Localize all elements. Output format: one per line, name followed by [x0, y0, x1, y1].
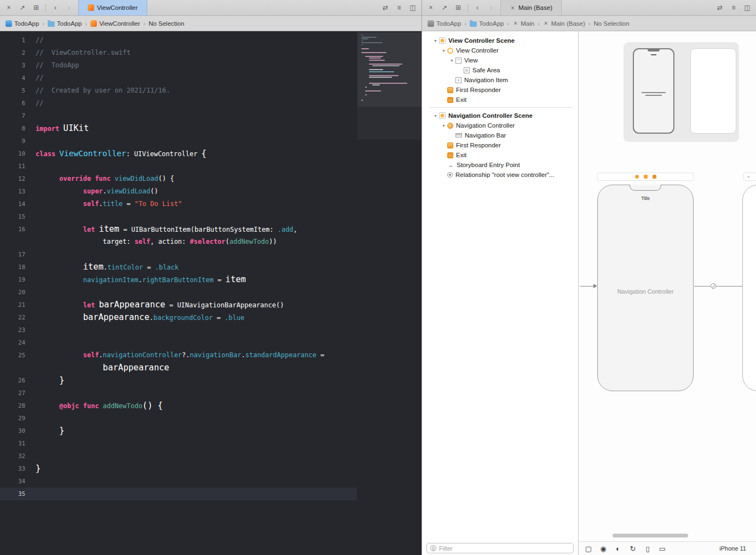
line-number[interactable]: 5 — [0, 84, 25, 97]
disclosure-triangle[interactable]: ▼ — [440, 49, 447, 53]
code-line[interactable]: 28 @objc func addNewTodo() { — [0, 399, 422, 412]
code-editor[interactable]: 1//2// ViewController.swift3// TodoApp4/… — [0, 31, 422, 555]
code-minimap[interactable] — [357, 32, 422, 140]
line-number[interactable]: 27 — [0, 387, 25, 399]
code-line[interactable]: 29 — [0, 412, 422, 425]
breadcrumb-item[interactable]: Main — [512, 20, 534, 27]
line-number[interactable]: 28 — [0, 399, 25, 412]
code-line[interactable]: 12 override func viewDidLoad() { — [0, 173, 422, 185]
code-line[interactable]: 32 — [0, 450, 422, 462]
dock-view-controller-icon[interactable] — [635, 175, 639, 179]
line-number[interactable]: 21 — [0, 299, 25, 311]
disclosure-triangle[interactable]: ▼ — [432, 39, 439, 43]
breadcrumb-item[interactable]: ViewController — [90, 20, 140, 27]
back-icon[interactable]: ‹ — [473, 4, 482, 12]
close-editor-icon[interactable]: × — [4, 4, 13, 12]
tab-viewcontroller[interactable]: ViewController — [78, 0, 147, 15]
code-line[interactable]: 35 — [0, 488, 357, 500]
breadcrumb-item[interactable]: TodoApp — [470, 20, 504, 27]
frame-icon[interactable]: ▢ — [584, 545, 593, 553]
outline-item[interactable]: Exit — [422, 95, 578, 105]
editor-options-icon[interactable]: ≡ — [395, 4, 403, 12]
traits-icon[interactable]: ◉ — [599, 545, 608, 553]
appearance-icon[interactable]: ◐ — [614, 545, 622, 553]
line-number[interactable]: 35 — [0, 488, 25, 500]
line-number[interactable]: 18 — [0, 261, 25, 273]
line-number[interactable]: 10 — [0, 147, 25, 160]
breadcrumb-item[interactable]: TodoApp — [5, 20, 39, 27]
breadcrumb-item[interactable]: No Selection — [148, 20, 184, 27]
line-number[interactable]: 8 — [0, 122, 25, 135]
code-line[interactable]: 14 self.title = "To Do List" — [0, 198, 422, 210]
outline-item[interactable]: First Responder — [422, 85, 578, 95]
breadcrumb-item[interactable]: No Selection — [593, 20, 629, 27]
line-number[interactable]: 25 — [0, 349, 25, 362]
code-line[interactable]: 27 — [0, 387, 422, 399]
disclosure-triangle[interactable]: ▼ — [448, 59, 455, 62]
line-number[interactable]: 13 — [0, 185, 25, 198]
code-review-icon[interactable]: ⇄ — [381, 4, 390, 12]
line-number[interactable]: 4 — [0, 72, 25, 84]
line-number[interactable]: 14 — [0, 198, 25, 210]
forward-icon[interactable]: › — [487, 4, 495, 12]
code-line[interactable]: 22 barAppearance.backgroundColor = .blue — [0, 311, 422, 324]
line-number[interactable]: 22 — [0, 311, 25, 324]
add-editor-icon[interactable]: ◫ — [743, 4, 752, 12]
outline-item[interactable]: ▼Navigation Controller — [422, 121, 578, 130]
line-number[interactable]: 33 — [0, 462, 25, 475]
code-review-icon[interactable]: ⇄ — [715, 4, 724, 12]
code-line[interactable]: 26 } — [0, 374, 422, 387]
outline-item[interactable]: Exit — [422, 150, 578, 160]
code-line[interactable]: 18 item.tintColor = .black — [0, 261, 422, 273]
line-number[interactable]: 2 — [0, 47, 25, 59]
line-number[interactable]: 3 — [0, 59, 25, 72]
storyboard-entry-arrow[interactable] — [580, 284, 597, 289]
fullscreen-icon[interactable]: ↗ — [440, 4, 449, 12]
disclosure-triangle[interactable]: ▼ — [432, 114, 439, 118]
line-number[interactable]: 9 — [0, 135, 25, 147]
outline-item[interactable]: Storyboard Entry Point — [422, 160, 578, 170]
horizontal-scrollbar[interactable] — [613, 534, 688, 537]
dock-first-responder-icon[interactable] — [644, 175, 648, 179]
line-number[interactable]: 23 — [0, 324, 25, 336]
line-number[interactable]: 29 — [0, 412, 25, 425]
code-line[interactable]: 34 — [0, 475, 422, 488]
code-line[interactable]: 15 — [0, 210, 422, 223]
line-number[interactable]: 31 — [0, 437, 25, 450]
code-line[interactable]: barAppearance — [0, 362, 422, 374]
device-tablet-icon[interactable]: ▭ — [658, 545, 667, 553]
view-controller-scene-partial[interactable] — [742, 185, 756, 391]
device-phone-icon[interactable]: ▯ — [643, 545, 652, 553]
disclosure-triangle[interactable]: ▼ — [440, 124, 447, 128]
outline-item[interactable]: ▼View — [422, 55, 578, 65]
outline-item[interactable]: Safe Area — [422, 65, 578, 75]
code-line[interactable]: 33} — [0, 462, 422, 475]
storyboard-canvas[interactable]: Title Navigation Controller × ▢◉◐↻▯▭ iPh… — [579, 31, 756, 555]
scene-dock[interactable] — [597, 173, 694, 181]
line-number[interactable]: 34 — [0, 475, 25, 488]
code-line[interactable]: 24 — [0, 336, 422, 349]
navigation-controller-scene[interactable]: Title Navigation Controller — [597, 185, 694, 391]
line-number[interactable]: 17 — [0, 248, 25, 261]
code-line[interactable]: 13 super.viewDidLoad() — [0, 185, 422, 198]
code-line[interactable]: 10class ViewController: UIViewController… — [0, 147, 422, 160]
close-editor-icon[interactable]: × — [426, 4, 435, 12]
tab-overview-icon[interactable]: ⊞ — [454, 4, 463, 12]
line-number[interactable]: 32 — [0, 450, 25, 462]
code-line[interactable]: 31 — [0, 437, 422, 450]
line-number[interactable]: 16 — [0, 223, 25, 236]
line-number[interactable]: 7 — [0, 110, 25, 122]
breadcrumb-item[interactable]: Main (Base) — [543, 20, 585, 27]
line-number[interactable]: 6 — [0, 97, 25, 110]
code-line[interactable]: 20 — [0, 286, 422, 299]
code-line[interactable]: 11 — [0, 160, 422, 173]
dock-exit-icon[interactable] — [653, 175, 656, 179]
filter-input[interactable]: Filter — [426, 543, 574, 553]
line-number[interactable]: 20 — [0, 286, 25, 299]
fullscreen-icon[interactable]: ↗ — [18, 4, 27, 12]
add-editor-icon[interactable]: ◫ — [408, 4, 417, 12]
code-line[interactable]: 16 let item = UIBarButtonItem(barButtonS… — [0, 223, 422, 236]
breadcrumb-item[interactable]: TodoApp — [428, 20, 461, 27]
editor-options-icon[interactable]: ≡ — [729, 4, 738, 12]
outline-item[interactable]: Relationship "root view controller"... — [422, 170, 578, 180]
